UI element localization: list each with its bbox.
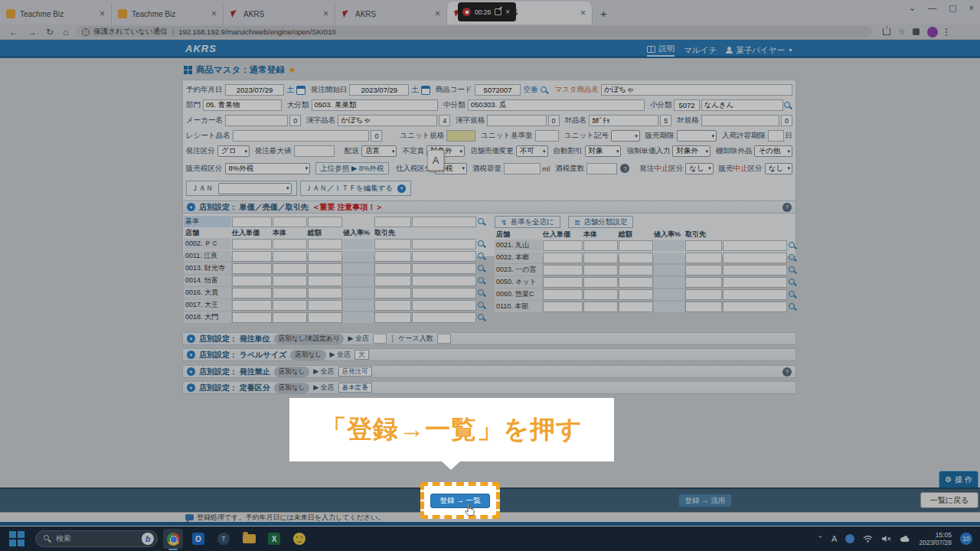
- tab-akrs-1[interactable]: AKRS ×: [224, 3, 335, 24]
- close-icon[interactable]: ×: [435, 8, 440, 19]
- search-icon[interactable]: [477, 301, 486, 310]
- search-icon[interactable]: [477, 252, 486, 261]
- wifi-icon[interactable]: [863, 535, 873, 543]
- unit-spec-input[interactable]: [446, 130, 475, 142]
- close-icon[interactable]: ×: [211, 8, 217, 19]
- partner-code-input[interactable]: [685, 253, 722, 263]
- small-class-code-input[interactable]: 5072: [674, 99, 699, 111]
- section-toggle-icon[interactable]: ▾: [187, 367, 195, 376]
- total-price-input[interactable]: [308, 276, 342, 286]
- nav-user-menu[interactable]: 菓子バイヤー ▼: [726, 45, 793, 56]
- partner-name-input[interactable]: [723, 253, 787, 263]
- reload-icon[interactable]: ↻: [46, 27, 54, 37]
- order-unit-input[interactable]: [373, 334, 387, 344]
- taskbar-clock[interactable]: 15:05 2023/07/28: [919, 531, 952, 546]
- nav-help[interactable]: 説明: [647, 44, 675, 57]
- help-icon[interactable]: ?: [782, 367, 792, 377]
- jan-edit-button[interactable]: ＪＡＮ／ＩＴＦを編集する ▾: [300, 181, 412, 196]
- taskbar-outlook[interactable]: O: [188, 529, 208, 549]
- body-price-input[interactable]: [273, 300, 307, 311]
- body-price-input[interactable]: [273, 312, 307, 323]
- help-icon[interactable]: ?: [620, 164, 629, 173]
- search-icon[interactable]: [540, 86, 549, 95]
- body-price-input[interactable]: [273, 276, 307, 286]
- department-input[interactable]: 05. 青果物: [203, 99, 282, 111]
- partner-name-input[interactable]: [723, 240, 787, 251]
- teiban-chip[interactable]: 基本定番: [338, 383, 372, 393]
- total-price-input[interactable]: [619, 302, 653, 312]
- vacant-number-link[interactable]: 空番: [523, 85, 537, 95]
- back-icon[interactable]: ←: [9, 27, 18, 37]
- apply-base-to-all-button[interactable]: ↯ 基準を全店に: [495, 216, 560, 228]
- auto-discount-select[interactable]: 対象▾: [585, 145, 622, 157]
- taskbar-emoji-app[interactable]: [289, 529, 309, 549]
- body-price-input[interactable]: [583, 253, 618, 263]
- sales-tax-select[interactable]: 8%外税▾: [225, 163, 311, 174]
- address-bar[interactable]: 保護されていない通信 | 192.168.192.9/maruichiweb/e…: [76, 26, 872, 37]
- minimize-button[interactable]: —: [928, 3, 936, 13]
- cost-input[interactable]: [232, 263, 272, 274]
- search-icon[interactable]: [788, 290, 797, 299]
- partner-name-input[interactable]: [412, 312, 476, 323]
- partner-name-input[interactable]: [412, 288, 476, 298]
- partner-code-input[interactable]: [685, 302, 722, 312]
- unit-base-input[interactable]: [535, 130, 560, 142]
- total-price-input[interactable]: [619, 265, 653, 276]
- forward-icon[interactable]: →: [28, 27, 37, 37]
- store-class-settings-button[interactable]: ≣ 店舗分類設定: [568, 216, 633, 228]
- operations-tab[interactable]: ⚙ 操 作: [939, 471, 978, 487]
- partner-name-input[interactable]: [412, 239, 476, 249]
- partner-code-input[interactable]: [374, 300, 411, 311]
- mid-class-input[interactable]: 050303. 瓜: [468, 99, 645, 111]
- register-copy-button[interactable]: 登録 → 流用: [678, 494, 732, 507]
- maker-input[interactable]: [225, 115, 288, 126]
- large-class-input[interactable]: 0503. 果菜類: [312, 99, 439, 111]
- nav-company[interactable]: マルイチ: [684, 45, 717, 56]
- cost-input[interactable]: [232, 312, 272, 323]
- body-price-input[interactable]: [273, 288, 307, 298]
- force-price-select[interactable]: 対象外▾: [672, 145, 710, 157]
- receipt-name-input[interactable]: [233, 130, 370, 142]
- partner-code-input[interactable]: [374, 263, 411, 274]
- cost-input[interactable]: [232, 276, 272, 286]
- order-start-input[interactable]: 2023/07/29: [349, 84, 409, 96]
- notification-badge[interactable]: 10: [960, 533, 972, 545]
- total-price-input[interactable]: [619, 289, 653, 300]
- total-price-input[interactable]: [619, 240, 653, 251]
- search-icon[interactable]: [788, 241, 797, 250]
- partner-name-input[interactable]: [723, 277, 787, 288]
- body-price-input[interactable]: [273, 251, 307, 262]
- master-name-input[interactable]: かぼちゃ: [601, 84, 792, 96]
- home-icon[interactable]: ⌂: [63, 27, 68, 37]
- cost-input[interactable]: [232, 300, 272, 311]
- partner-name-input[interactable]: [412, 263, 476, 274]
- base-partner-name-input[interactable]: [412, 217, 476, 227]
- small-class-name-input[interactable]: なんきん: [701, 99, 783, 111]
- calendar-icon[interactable]: [296, 86, 305, 95]
- search-icon[interactable]: [788, 266, 797, 275]
- inventory-exclude-select[interactable]: その他▾: [754, 145, 792, 157]
- partner-code-input[interactable]: [685, 240, 722, 251]
- upper-ref-chip[interactable]: 上位参照 ▶ 8%外税: [315, 162, 388, 174]
- partner-name-input[interactable]: [412, 300, 476, 311]
- delivery-select[interactable]: 店直▾: [361, 145, 397, 157]
- cost-input[interactable]: [543, 240, 583, 251]
- sales-stop-select[interactable]: なし▾: [765, 163, 792, 174]
- taskbar-excel[interactable]: X: [264, 529, 284, 549]
- cost-input[interactable]: [543, 265, 583, 276]
- total-price-input[interactable]: [619, 253, 653, 263]
- search-icon[interactable]: [477, 313, 486, 322]
- partner-code-input[interactable]: [374, 312, 411, 323]
- kana-name-input[interactable]: ｶﾎﾞﾁｬ: [589, 115, 658, 126]
- search-icon[interactable]: [477, 276, 486, 285]
- store-price-change-select[interactable]: 不可▾: [516, 145, 548, 157]
- cloud-icon[interactable]: [900, 536, 910, 543]
- start-button[interactable]: [9, 531, 24, 546]
- search-icon[interactable]: [788, 253, 797, 262]
- partner-code-input[interactable]: [374, 288, 411, 298]
- order-max-input[interactable]: [294, 145, 335, 157]
- partner-name-input[interactable]: [723, 265, 787, 276]
- search-icon[interactable]: [477, 240, 486, 249]
- order-stop-select[interactable]: なし▾: [685, 163, 713, 174]
- partner-name-input[interactable]: [723, 289, 787, 300]
